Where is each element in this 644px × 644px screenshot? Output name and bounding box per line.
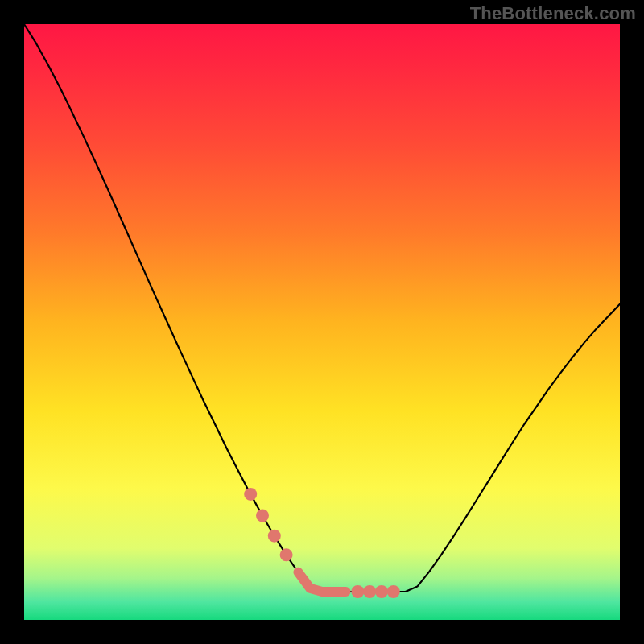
highlight-dot bbox=[244, 488, 257, 501]
bottleneck-chart bbox=[0, 0, 644, 644]
highlight-dot bbox=[375, 585, 388, 598]
highlight-dot bbox=[351, 585, 364, 598]
highlight-dot bbox=[387, 585, 400, 598]
highlight-dot bbox=[268, 530, 281, 543]
highlight-dot bbox=[280, 548, 293, 561]
site-watermark: TheBottleneck.com bbox=[470, 3, 636, 24]
highlight-dot bbox=[363, 585, 376, 598]
gradient-background bbox=[24, 24, 620, 620]
highlight-dot bbox=[256, 510, 269, 522]
chart-stage: TheBottleneck.com bbox=[0, 0, 644, 644]
